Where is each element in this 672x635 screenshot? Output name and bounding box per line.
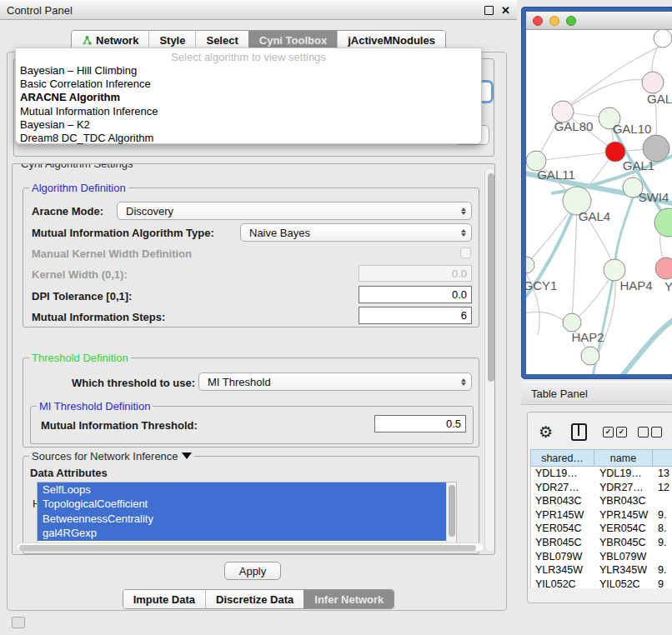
attribute-list-item[interactable]: BetweennessCentrality: [38, 512, 456, 526]
table-row[interactable]: YBR045CYBR045C9.: [531, 536, 672, 550]
attribute-list-item[interactable]: gal4RGexp: [38, 526, 456, 540]
settings-vertical-scrollbar[interactable]: [484, 168, 495, 552]
tab-impute-data[interactable]: Impute Data: [123, 590, 205, 608]
table-row[interactable]: YBR043CYBR043C: [531, 494, 672, 508]
table-cell: 9.: [654, 563, 672, 578]
table-column-header[interactable]: A: [653, 449, 672, 467]
split-columns-icon[interactable]: [571, 423, 587, 441]
floating-window-icon[interactable]: [12, 617, 25, 628]
kernel-width-label: Kernel Width (0,1):: [32, 268, 128, 281]
mi-type-select[interactable]: Naive Bayes: [240, 223, 472, 242]
network-window-titlebar[interactable]: [526, 12, 672, 30]
node-table[interactable]: shared…nameA YDL19…YDL19…13YDR27…YDR27…1…: [530, 449, 672, 588]
dpi-tolerance-field[interactable]: 0.0: [359, 286, 472, 303]
mi-threshold-field[interactable]: 0.5: [374, 415, 466, 432]
table-toolbar: ⚙ ✓✓: [528, 421, 672, 442]
threshold-definition-title: Threshold Definition: [29, 352, 131, 364]
table-row[interactable]: YBL079WYBL079W: [531, 550, 672, 564]
mi-threshold-definition-title: MI Threshold Definition: [37, 400, 153, 412]
float-window-icon[interactable]: [484, 6, 494, 15]
mi-steps-field[interactable]: 6: [359, 307, 472, 324]
table-cell: YBR045C: [531, 536, 595, 550]
table-cell: YDL19…: [531, 467, 595, 481]
dropdown-item[interactable]: Bayesian – K2: [16, 118, 481, 132]
table-cell: YDR27…: [531, 481, 595, 495]
dropdown-item[interactable]: Basic Correlation Inference: [16, 78, 481, 91]
network-canvas[interactable]: GALGAL80GAL10GAL1GAL11GAL4SWI4GCY1HAP4YH…: [526, 30, 672, 374]
tab-network[interactable]: Network: [72, 31, 148, 49]
network-node[interactable]: [654, 208, 672, 237]
network-edge[interactable]: [622, 317, 672, 374]
checked-pair-icon[interactable]: ✓✓: [603, 427, 627, 438]
table-cell: YDR27…: [595, 481, 654, 495]
tab-label: Cyni Toolbox: [259, 34, 327, 47]
table-cell: 9: [654, 578, 672, 588]
network-edge[interactable]: [536, 152, 615, 161]
table-row[interactable]: YER054CYER054C8.: [531, 522, 672, 536]
mi-threshold-definition-group: MI Threshold Definition Mutual Informati…: [30, 406, 474, 444]
network-edge[interactable]: [572, 201, 577, 322]
network-node[interactable]: [654, 30, 672, 48]
tab-infer-network[interactable]: Infer Network: [303, 590, 394, 608]
table-column-header[interactable]: shared…: [530, 449, 594, 467]
sources-group-title: Sources for Network Inference: [29, 450, 194, 462]
network-node-gcy1[interactable]: [526, 257, 534, 273]
table-cell: YER054C: [531, 522, 595, 536]
network-icon: [82, 35, 93, 46]
dropdown-item[interactable]: ARACNE Algorithm: [16, 91, 481, 104]
apply-button[interactable]: Apply: [224, 562, 281, 580]
tab-cyni-toolbox[interactable]: Cyni Toolbox: [248, 31, 337, 49]
network-node[interactable]: [581, 347, 599, 365]
table-column-header[interactable]: name: [594, 449, 653, 467]
gear-icon[interactable]: ⚙: [539, 424, 553, 440]
which-threshold-select[interactable]: MI Threshold: [198, 372, 472, 391]
data-attributes-list[interactable]: SelfLoopsTopologicalCoefficientBetweenne…: [37, 482, 457, 543]
network-edge[interactable]: [563, 80, 653, 112]
mi-threshold-label: Mutual Information Threshold:: [41, 419, 198, 432]
tab-label: Style: [159, 34, 185, 47]
network-node-hap2[interactable]: [563, 313, 581, 332]
tab-style[interactable]: Style: [148, 31, 195, 49]
tab-label: Impute Data: [133, 593, 195, 606]
aracne-mode-select[interactable]: Discovery: [117, 202, 472, 220]
tab-discretize-data[interactable]: Discretize Data: [205, 590, 303, 608]
dropdown-placeholder: Select algorithm to view settings: [16, 51, 481, 64]
tab-select[interactable]: Select: [195, 31, 248, 49]
settings-horizontal-scrollbar[interactable]: [16, 542, 484, 552]
table-row[interactable]: YIL052CYIL052C9: [531, 578, 672, 588]
network-node-label: Y: [664, 279, 672, 293]
zoom-traffic-light-icon[interactable]: [566, 16, 576, 26]
aracne-mode-label: Aracne Mode:: [32, 205, 103, 218]
collapse-arrow-icon[interactable]: [182, 452, 192, 459]
attribute-list-item[interactable]: SelfLoops: [38, 482, 456, 497]
mi-type-value: Naive Bayes: [249, 227, 310, 239]
control-panel-title: Control Panel: [7, 4, 73, 17]
table-row[interactable]: YPR145WYPR145W9.: [531, 508, 672, 522]
dropdown-item[interactable]: Dream8 DC_TDC Algorithm: [16, 132, 481, 145]
which-threshold-label: Which threshold to use:: [72, 377, 195, 389]
minimize-traffic-light-icon[interactable]: [549, 16, 559, 26]
table-cell: YIL052C: [595, 578, 654, 588]
table-cell: 8.: [654, 522, 672, 536]
table-cell: YBR043C: [595, 494, 654, 508]
manual-kernel-checkbox[interactable]: [460, 248, 471, 258]
dropdown-item[interactable]: Bayesian – Hill Climbing: [16, 64, 481, 78]
network-node-y[interactable]: [655, 258, 672, 279]
close-icon[interactable]: ✕: [501, 5, 510, 16]
table-row[interactable]: YDR27…YDR27…12: [531, 481, 672, 495]
dpi-tolerance-label: DPI Tolerance [0,1]:: [32, 290, 132, 302]
threshold-definition-group: Threshold Definition Which threshold to …: [23, 358, 479, 448]
attributes-vertical-scrollbar[interactable]: [446, 482, 456, 543]
dropdown-item[interactable]: Mutual Information Inference: [16, 105, 481, 118]
attribute-list-item[interactable]: TopologicalCoefficient: [38, 497, 456, 511]
tab-jactivemnodules[interactable]: jActiveMNodules: [337, 31, 445, 49]
table-row[interactable]: YLR345WYLR345W9.: [531, 563, 672, 578]
table-panel-header: Table Panel: [521, 382, 672, 405]
close-traffic-light-icon[interactable]: [533, 16, 543, 26]
table-row[interactable]: YDL19…YDL19…13: [531, 467, 672, 481]
unchecked-pair-icon[interactable]: [638, 427, 662, 438]
network-node-gal[interactable]: [642, 72, 664, 93]
network-node-label: SWI4: [639, 190, 669, 204]
table-cell: YPR145W: [531, 508, 595, 522]
table-cell: YDL19…: [595, 467, 654, 481]
